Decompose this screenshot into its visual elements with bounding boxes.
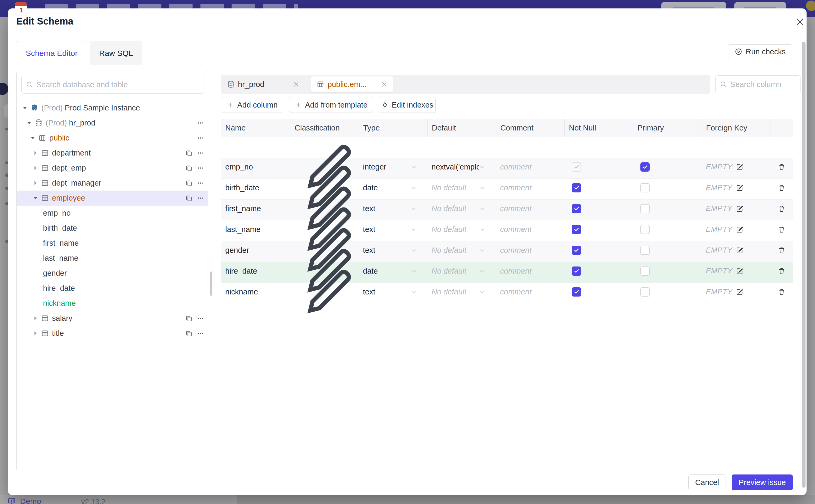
copy-icon[interactable] bbox=[185, 164, 193, 172]
not-null-checkbox[interactable] bbox=[572, 246, 581, 255]
chevron-down-icon[interactable] bbox=[29, 134, 36, 142]
chevron-right-icon[interactable] bbox=[32, 149, 39, 157]
tree-item-nickname[interactable]: nickname bbox=[17, 296, 208, 311]
not-null-checkbox[interactable] bbox=[572, 204, 581, 213]
comment-input[interactable]: comment bbox=[496, 246, 565, 255]
column-name-cell[interactable]: birth_date bbox=[221, 183, 290, 192]
default-select[interactable]: No default bbox=[427, 183, 496, 192]
more-icon[interactable] bbox=[197, 149, 204, 157]
column-name-cell[interactable]: last_name bbox=[221, 225, 290, 234]
column-name-cell[interactable]: first_name bbox=[221, 204, 290, 213]
trash-icon[interactable] bbox=[778, 205, 786, 213]
tree-item-Prod Sample Instance[interactable]: (Prod)Prod Sample Instance bbox=[17, 100, 208, 115]
primary-checkbox[interactable] bbox=[640, 183, 650, 192]
tree-item-salary[interactable]: salary bbox=[17, 311, 208, 326]
tree-item-department[interactable]: department bbox=[17, 146, 208, 161]
tree-scrollbar-thumb[interactable] bbox=[210, 272, 212, 296]
copy-icon[interactable] bbox=[185, 179, 193, 187]
tree-item-birth_date[interactable]: birth_date bbox=[17, 221, 208, 236]
trash-icon[interactable] bbox=[778, 246, 786, 254]
tree-item-first_name[interactable]: first_name bbox=[17, 236, 208, 251]
tree-item-gender[interactable]: gender bbox=[17, 266, 208, 281]
comment-input[interactable]: comment bbox=[496, 288, 565, 296]
column-name-cell[interactable]: gender bbox=[221, 246, 290, 255]
not-null-checkbox[interactable] bbox=[572, 225, 581, 234]
default-select[interactable]: nextval('employ bbox=[427, 163, 496, 171]
chevron-down-icon[interactable] bbox=[21, 104, 28, 112]
default-select[interactable]: No default bbox=[427, 288, 496, 296]
chevron-right-icon[interactable] bbox=[32, 164, 39, 172]
primary-checkbox[interactable] bbox=[640, 162, 650, 172]
tree-item-dept_emp[interactable]: dept_emp bbox=[17, 161, 208, 176]
close-tab-icon[interactable] bbox=[293, 81, 300, 88]
copy-icon[interactable] bbox=[185, 314, 193, 322]
edit-square-icon[interactable] bbox=[736, 225, 744, 234]
chevron-right-icon[interactable] bbox=[32, 315, 39, 322]
tree-item-emp_no[interactable]: emp_no bbox=[17, 206, 208, 221]
primary-checkbox[interactable] bbox=[640, 287, 650, 297]
tree-item-hire_date[interactable]: hire_date bbox=[17, 281, 208, 296]
copy-icon[interactable] bbox=[185, 329, 193, 337]
column-search-input[interactable] bbox=[730, 80, 796, 89]
more-icon[interactable] bbox=[197, 314, 204, 322]
trash-icon[interactable] bbox=[778, 288, 786, 296]
comment-input[interactable]: comment bbox=[496, 267, 565, 275]
add-from-template-button[interactable]: Add from template bbox=[289, 97, 373, 113]
chevron-down-icon[interactable] bbox=[26, 119, 33, 127]
tree-item-employee[interactable]: employee bbox=[17, 191, 208, 206]
type-select[interactable]: date bbox=[359, 267, 427, 275]
comment-input[interactable]: comment bbox=[496, 225, 565, 234]
type-select[interactable]: text bbox=[359, 225, 427, 234]
column-name-cell[interactable]: emp_no bbox=[221, 163, 290, 171]
tree-item-hr_prod[interactable]: (Prod)hr_prod bbox=[17, 115, 208, 130]
copy-icon[interactable] bbox=[185, 149, 193, 157]
type-select[interactable]: date bbox=[359, 183, 427, 192]
default-select[interactable]: No default bbox=[427, 225, 496, 234]
type-select[interactable]: text bbox=[359, 246, 427, 255]
tab-raw-sql[interactable]: Raw SQL bbox=[90, 41, 142, 65]
not-null-checkbox[interactable] bbox=[572, 287, 581, 297]
trash-icon[interactable] bbox=[778, 267, 786, 275]
preview-issue-button[interactable]: Preview issue bbox=[732, 474, 793, 490]
primary-checkbox[interactable] bbox=[640, 246, 650, 255]
tree-search-input[interactable] bbox=[36, 80, 199, 89]
comment-input[interactable]: comment bbox=[496, 163, 565, 171]
close-tab-icon[interactable] bbox=[381, 81, 388, 88]
trash-icon[interactable] bbox=[778, 163, 786, 171]
not-null-checkbox[interactable] bbox=[572, 183, 581, 192]
edit-square-icon[interactable] bbox=[736, 205, 744, 213]
chevron-right-icon[interactable] bbox=[32, 180, 39, 187]
tree-item-last_name[interactable]: last_name bbox=[17, 251, 208, 266]
more-icon[interactable] bbox=[197, 164, 204, 172]
edit-square-icon[interactable] bbox=[736, 184, 744, 192]
trash-icon[interactable] bbox=[778, 225, 786, 234]
cancel-button[interactable]: Cancel bbox=[688, 474, 726, 490]
default-select[interactable]: No default bbox=[427, 204, 496, 213]
edit-square-icon[interactable] bbox=[736, 267, 744, 275]
add-column-button[interactable]: Add column bbox=[221, 97, 283, 113]
tree-item-public[interactable]: public bbox=[17, 130, 208, 146]
edit-square-icon[interactable] bbox=[736, 288, 744, 296]
type-select[interactable]: text bbox=[359, 288, 427, 296]
pencil-icon[interactable] bbox=[299, 262, 359, 322]
edit-indexes-button[interactable]: Edit indexes bbox=[379, 97, 436, 113]
modal-scrollbar-thumb[interactable] bbox=[802, 42, 806, 488]
tab-schema-editor[interactable]: Schema Editor bbox=[16, 41, 87, 65]
chevron-down-icon[interactable] bbox=[32, 195, 39, 202]
copy-icon[interactable] bbox=[185, 194, 193, 202]
tab-public-employee[interactable]: public.em... bbox=[311, 76, 393, 92]
column-name-cell[interactable]: hire_date bbox=[221, 267, 290, 275]
column-name-cell[interactable]: nickname bbox=[221, 288, 290, 296]
not-null-checkbox[interactable] bbox=[572, 266, 581, 276]
edit-square-icon[interactable] bbox=[736, 163, 744, 171]
close-icon[interactable] bbox=[795, 17, 805, 27]
trash-icon[interactable] bbox=[778, 184, 786, 192]
edit-square-icon[interactable] bbox=[736, 246, 744, 254]
more-icon[interactable] bbox=[197, 194, 204, 202]
tree-item-title[interactable]: title bbox=[17, 326, 208, 341]
default-select[interactable]: No default bbox=[427, 246, 496, 255]
more-icon[interactable] bbox=[197, 119, 204, 127]
more-icon[interactable] bbox=[197, 179, 204, 187]
primary-checkbox[interactable] bbox=[640, 204, 650, 213]
tab-hr-prod[interactable]: hr_prod bbox=[221, 80, 305, 89]
